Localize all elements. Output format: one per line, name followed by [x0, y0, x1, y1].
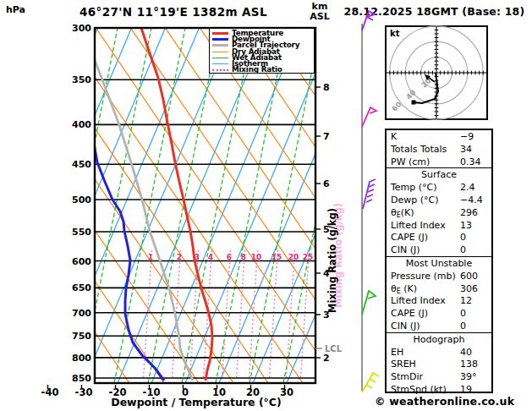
- wind-barb-bottom: [366, 385, 372, 388]
- index-label: θE(K): [391, 207, 414, 218]
- index-value: 2.4: [460, 181, 475, 194]
- x-axis-title: Dewpoint / Temperature (°C): [111, 396, 281, 408]
- hodograph-trace-end-marker: [412, 101, 416, 105]
- index-row: Totals Totals34: [387, 143, 491, 156]
- legend-label: Mixing Ratio: [232, 67, 282, 73]
- index-row: StmDir39°: [387, 370, 491, 383]
- mixing-ratio-value-label: 1: [148, 253, 153, 261]
- index-label: StmSpd (kt): [391, 384, 447, 395]
- dewpoint-curve: [90, 28, 164, 381]
- hodograph: kt204060: [386, 26, 487, 119]
- mixing-ratio-value-label: 15: [271, 253, 282, 261]
- chart-legend: TemperatureDewpointParcel TrajectoryDry …: [209, 28, 315, 74]
- index-row: CIN (J)0: [387, 244, 491, 256]
- index-label: K: [391, 131, 397, 142]
- pressure-tick-label: 550: [72, 227, 91, 238]
- index-value: 39°: [460, 370, 477, 383]
- index-row: θE(K)296: [387, 206, 491, 219]
- index-label: Lifted Index: [391, 295, 446, 306]
- index-value: 13: [460, 219, 472, 232]
- index-value: 0: [460, 231, 466, 244]
- mixing-ratio-value-label: 20: [288, 253, 299, 261]
- index-label: CIN (J): [391, 244, 420, 255]
- dry-adiabat-line: [165, 28, 407, 383]
- pressure-tick-label: 400: [72, 119, 91, 130]
- temp-tick-label: -40: [41, 386, 59, 398]
- wind-barb-upper: [362, 107, 376, 127]
- index-label: CAPE (J): [391, 232, 428, 243]
- isotherm-line: [0, 28, 63, 383]
- index-value: 40: [460, 346, 472, 359]
- pressure-tick-label: 800: [72, 353, 91, 364]
- pressure-tick-label: 350: [72, 74, 91, 85]
- wind-barb-mid: [368, 189, 374, 192]
- index-row: CAPE (J)0: [387, 307, 491, 320]
- km-tick-label: 8: [323, 82, 330, 93]
- isotherm-line: [253, 28, 402, 383]
- section-header: Surface: [387, 168, 491, 181]
- mixing-ratio-value-label: 4: [208, 253, 213, 261]
- mixing-ratio-line: [270, 250, 278, 378]
- index-value: 600: [460, 270, 478, 282]
- panel-section-stability: K−9Totals Totals34PW (cm)0.34: [387, 130, 491, 167]
- index-value: 0.34: [460, 156, 481, 168]
- hodograph-unit-label: kt: [390, 29, 400, 38]
- index-row: Lifted Index12: [387, 294, 491, 307]
- panel-section-surface: SurfaceTemp (°C)2.4Dewp (°C)−4.4θE(K)296…: [387, 167, 491, 256]
- wet-adiabat-line-sample: [212, 58, 228, 58]
- wind-barb-top: [362, 11, 375, 30]
- index-value: −9: [460, 130, 474, 143]
- temp-tick-label: 30: [280, 386, 293, 398]
- index-row: Dewp (°C)−4.4: [387, 194, 491, 206]
- dry-adiabat-line-sample: [212, 52, 228, 52]
- index-value: 138: [460, 358, 478, 370]
- sounding-curves: [90, 28, 212, 381]
- index-label: CIN (J): [391, 321, 420, 332]
- indices-panel: K−9Totals Totals34PW (cm)0.34SurfaceTemp…: [385, 129, 493, 393]
- dry-adiabat-line: [0, 28, 129, 383]
- index-label: PW (cm): [391, 156, 430, 167]
- index-label: CAPE (J): [391, 308, 428, 319]
- isotherm-line: [0, 28, 131, 383]
- index-label: Dewp (°C): [391, 195, 438, 206]
- index-label: StmDir: [391, 371, 423, 382]
- index-value: 34: [460, 143, 472, 156]
- temperature-line-sample: [212, 32, 228, 35]
- index-label: Lifted Index: [391, 220, 446, 231]
- index-row: Lifted Index13: [387, 219, 491, 232]
- dry-adiabat-line: [26, 28, 268, 383]
- mixing-ratio-value-label: 25: [303, 253, 314, 261]
- mixing-ratio-line-sample: [212, 69, 228, 71]
- index-label: Totals Totals: [391, 144, 447, 155]
- km-tick-label: 6: [323, 178, 330, 189]
- index-value: 306: [460, 282, 478, 295]
- dewpoint-line-sample: [212, 38, 228, 41]
- wind-barb-mid: [363, 179, 376, 209]
- index-row: EH40: [387, 346, 491, 359]
- index-row: Temp (°C)2.4: [387, 181, 491, 194]
- index-label: θE (K): [391, 283, 417, 294]
- index-row: SREH138: [387, 358, 491, 370]
- index-label: Temp (°C): [391, 182, 437, 193]
- pressure-tick-label: 650: [72, 282, 91, 293]
- lcl-label: LCL: [325, 344, 343, 353]
- dry-adiabat-line: [61, 28, 303, 383]
- dry-adiabat-line: [96, 28, 337, 383]
- pressure-tick-label: 700: [72, 308, 91, 319]
- section-header: Hodograph: [387, 333, 491, 346]
- km-tick-label: 2: [323, 353, 330, 364]
- panel-section-hodograph: HodographEH40SREH138StmDir39°StmSpd (kt)…: [387, 332, 491, 396]
- legend-item-mixing-ratio: Mixing Ratio: [212, 67, 314, 73]
- wind-barb-mid: [367, 195, 373, 197]
- pressure-tick-label: 850: [72, 373, 91, 384]
- panel-section-most-unstable: Most UnstablePressure (mb)600θE (K)306Li…: [387, 256, 491, 332]
- index-value: 12: [460, 294, 472, 307]
- wind-barb-bottom: [362, 373, 379, 392]
- index-value: 0: [460, 320, 466, 332]
- wet-adiabat-line: [317, 28, 388, 383]
- pressure-tick-label: 600: [72, 256, 91, 267]
- section-header: Most Unstable: [387, 257, 491, 270]
- mixing-ratio-axis-label: Mixing Ratio (g/kg): [326, 208, 338, 313]
- index-row: PW (cm)0.34: [387, 156, 491, 168]
- index-label: SREH: [391, 359, 416, 370]
